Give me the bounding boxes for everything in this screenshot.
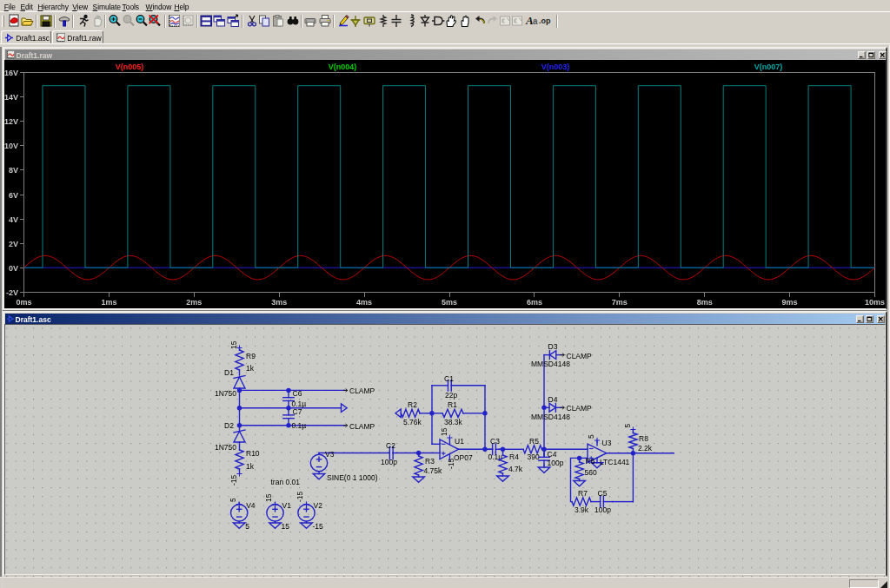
svg-text:6V: 6V	[9, 191, 18, 200]
svg-text:1ms: 1ms	[101, 298, 116, 307]
svg-text:R9: R9	[246, 352, 256, 360]
svg-text:OP07: OP07	[454, 453, 473, 462]
svg-text:10V: 10V	[4, 142, 18, 150]
svg-text:5: 5	[245, 522, 249, 531]
svg-text:V(n003): V(n003)	[541, 63, 570, 71]
svg-text:CLAMP: CLAMP	[349, 386, 375, 395]
svg-text:CLAMP: CLAMP	[567, 352, 593, 360]
svg-text:390: 390	[528, 453, 540, 461]
svg-text:R2: R2	[408, 400, 417, 409]
svg-text:12V: 12V	[4, 117, 18, 126]
svg-text:4V: 4V	[9, 215, 18, 224]
svg-text:V(n005): V(n005)	[116, 63, 144, 71]
svg-text:V2: V2	[314, 501, 323, 510]
svg-text:560: 560	[585, 468, 597, 477]
svg-text:V(n007): V(n007)	[754, 63, 783, 71]
svg-text:R8: R8	[639, 434, 648, 443]
svg-text:100p: 100p	[594, 505, 611, 514]
svg-text:D3: D3	[548, 342, 558, 351]
svg-text:1k: 1k	[246, 364, 255, 373]
svg-text:tran 0.01: tran 0.01	[271, 478, 301, 486]
svg-text:5: 5	[229, 498, 237, 502]
svg-text:3ms: 3ms	[271, 298, 287, 307]
svg-text:R4: R4	[509, 453, 519, 461]
svg-text:0ms: 0ms	[16, 298, 31, 307]
svg-text:3.9k: 3.9k	[575, 505, 589, 514]
svg-text:U3: U3	[602, 439, 612, 447]
svg-text:R5: R5	[529, 437, 539, 446]
svg-text:5: 5	[587, 434, 595, 439]
svg-text:15: 15	[264, 493, 273, 502]
svg-text:0V: 0V	[9, 264, 18, 273]
svg-text:C7: C7	[293, 407, 302, 416]
svg-text:1N750: 1N750	[215, 443, 236, 452]
svg-text:R6: R6	[586, 457, 595, 466]
svg-text:V4: V4	[246, 501, 256, 510]
svg-text:MMSD4148: MMSD4148	[531, 360, 570, 368]
svg-text:R10: R10	[246, 449, 260, 458]
svg-text:D4: D4	[548, 395, 558, 404]
svg-text:5: 5	[623, 424, 632, 428]
svg-text:C5: C5	[598, 489, 608, 498]
svg-text:2.2k: 2.2k	[638, 444, 653, 453]
svg-text:D1: D1	[224, 368, 234, 377]
svg-text:R3: R3	[425, 457, 435, 466]
svg-text:10ms: 10ms	[865, 298, 885, 307]
svg-text:1N750: 1N750	[215, 389, 236, 398]
svg-text:C4: C4	[548, 450, 557, 459]
svg-text:-15: -15	[229, 474, 238, 486]
svg-text:LTC1441: LTC1441	[600, 458, 630, 466]
svg-text:D2: D2	[224, 421, 234, 430]
svg-text:0.1µ: 0.1µ	[292, 421, 307, 430]
svg-text:16V: 16V	[4, 69, 18, 77]
svg-text:15: 15	[282, 522, 290, 531]
svg-text:2ms: 2ms	[186, 298, 202, 307]
svg-text:8V: 8V	[9, 166, 18, 175]
svg-text:CLAMP: CLAMP	[567, 404, 593, 413]
svg-text:15: 15	[229, 340, 238, 349]
svg-text:5.76k: 5.76k	[403, 418, 422, 426]
svg-text:1k: 1k	[246, 462, 255, 471]
svg-text:R1: R1	[448, 400, 457, 409]
svg-text:100p: 100p	[381, 458, 397, 466]
svg-text:V1: V1	[282, 501, 292, 510]
svg-text:-2V: -2V	[6, 288, 18, 297]
svg-text:9ms: 9ms	[782, 298, 798, 307]
svg-text:CLAMP: CLAMP	[349, 422, 375, 431]
svg-text:7ms: 7ms	[612, 298, 628, 307]
svg-text:C1: C1	[444, 374, 454, 383]
svg-text:22p: 22p	[445, 391, 457, 400]
svg-text:C3: C3	[490, 437, 500, 446]
svg-text:38.3k: 38.3k	[444, 418, 463, 426]
svg-text:U1: U1	[455, 437, 464, 446]
svg-text:4ms: 4ms	[356, 298, 372, 307]
svg-text:14V: 14V	[4, 93, 18, 102]
svg-text:8ms: 8ms	[697, 298, 713, 307]
svg-text:C6: C6	[293, 389, 302, 398]
svg-text:SINE(0 1 1000): SINE(0 1 1000)	[327, 473, 378, 482]
svg-text:-15: -15	[313, 522, 324, 531]
svg-text:C2: C2	[386, 441, 395, 450]
svg-text:4.75k: 4.75k	[424, 466, 443, 475]
svg-text:2V: 2V	[9, 240, 18, 248]
svg-text:4.7k: 4.7k	[508, 465, 523, 473]
svg-text:15: 15	[440, 427, 448, 436]
svg-text:MMSD4148: MMSD4148	[531, 413, 570, 421]
svg-text:6ms: 6ms	[527, 298, 542, 307]
svg-text:V(n004): V(n004)	[329, 63, 357, 71]
svg-text:.op: .op	[539, 17, 551, 25]
svg-text:100p: 100p	[548, 459, 564, 467]
svg-text:5ms: 5ms	[442, 298, 457, 307]
svg-text:R7: R7	[578, 489, 588, 498]
svg-text:-15: -15	[296, 491, 304, 502]
svg-text:V3: V3	[325, 450, 335, 459]
